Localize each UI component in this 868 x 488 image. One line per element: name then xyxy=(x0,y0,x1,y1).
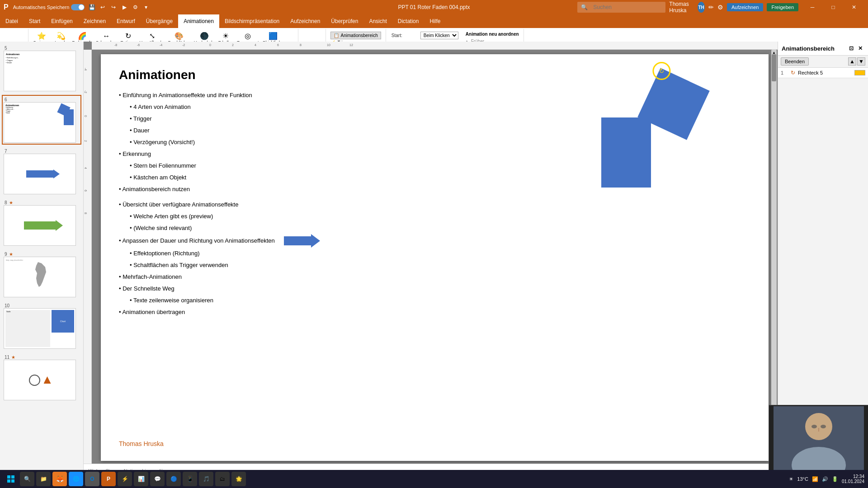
tab-hilfe[interactable]: Hilfe xyxy=(424,14,446,28)
slide-num-6: 6 xyxy=(5,97,80,102)
taskbar-app7[interactable]: 🗂 xyxy=(215,472,230,486)
blue-rectangle-shape[interactable] xyxy=(601,117,651,188)
windows-taskbar: 🔍 📁 🦊 🌐 O P ⚡ 📊 💬 🔵 📱 🎵 🗂 🌟 ☀ 13°C 📶 🔊 🔋… xyxy=(0,470,868,488)
taskbar-app3[interactable]: 💬 xyxy=(150,472,165,486)
start-select[interactable]: Beim Klicken xyxy=(420,32,458,39)
panel-close-btn[interactable]: ✕ xyxy=(856,44,864,52)
taskbar-chrome[interactable]: 🌐 xyxy=(69,472,83,486)
slide-panel: 5 Animationen • Einführung in...• Trigge… xyxy=(0,42,84,477)
slide-thumb-7[interactable]: 7 xyxy=(2,146,81,196)
tab-dictation[interactable]: Dictation xyxy=(392,14,425,28)
item-num: 1 xyxy=(781,70,788,75)
share-options-btn[interactable]: ⚙ xyxy=(717,4,723,11)
bullet-4: • Übersicht über verfügbare Animationsef… xyxy=(119,199,750,211)
slide-thumb-8[interactable]: 8 ★ xyxy=(2,198,81,248)
impuls-icon: 💫 xyxy=(57,32,66,40)
vertical-scrollbar[interactable]: ▼ ▲ xyxy=(771,50,777,462)
maximize-button[interactable]: □ xyxy=(823,0,844,14)
record-button[interactable]: Aufzeichnen xyxy=(727,3,764,11)
main-area: -8 -6 -4 -2 0 2 4 6 8 10 12 -4 -2 0 2 4 … xyxy=(84,42,778,470)
tab-entwurf[interactable]: Entwurf xyxy=(111,14,141,28)
clock[interactable]: 12:34 01.01.2024 xyxy=(842,474,864,484)
system-tray: ☀ 13°C 📶 🔊 🔋 12:34 01.01.2024 xyxy=(789,474,864,484)
more-icon-btn[interactable]: ▾ xyxy=(142,3,151,12)
svg-point-1 xyxy=(805,413,832,440)
slide-num-9: 9 ★ xyxy=(5,252,80,257)
slide-img-10: Tabelle Chart xyxy=(4,308,76,349)
quick-access-toolbar: 💾 ↩ ↪ ▶ ⚙ ▾ xyxy=(87,3,151,12)
custom-icon-btn[interactable]: ⚙ xyxy=(131,3,140,12)
taskbar-app4[interactable]: 🔵 xyxy=(166,472,181,486)
bullet-5-2: • Schaltflächen als Trigger verwenden xyxy=(119,259,750,271)
vertical-ruler: -4 -2 0 2 4 6 8 xyxy=(84,50,92,470)
present-icon-btn[interactable]: ▶ xyxy=(120,3,129,12)
slide-content-area: Animationen • Einführung in Animationsef… xyxy=(101,54,769,461)
tab-bildschirm[interactable]: Bildschirmpräsentation xyxy=(219,14,285,28)
ink-icon-btn[interactable]: ✏ xyxy=(708,4,714,11)
presenter-video xyxy=(774,406,864,476)
slide-num-11: 11 ★ xyxy=(5,355,80,360)
taskbar-outlook[interactable]: O xyxy=(85,472,99,486)
start-button[interactable] xyxy=(4,472,18,486)
video-overlay xyxy=(769,405,868,477)
user-name: Thomas Hruska xyxy=(669,1,694,14)
slide-num-7: 7 xyxy=(5,149,80,154)
slide-thumb-5[interactable]: 5 Animationen • Einführung in...• Trigge… xyxy=(2,43,81,93)
slide-img-8 xyxy=(4,205,76,246)
redo-icon-btn[interactable]: ↪ xyxy=(109,3,118,12)
close-button[interactable]: ✕ xyxy=(844,0,864,14)
animationsbereich-btn[interactable]: 📋 Animationsbereich xyxy=(330,32,381,39)
taskbar-app8[interactable]: 🌟 xyxy=(231,472,246,486)
slide-thumb-9[interactable]: 9 ★ Italy map placeholder xyxy=(2,249,81,299)
panel-up-btn[interactable]: ▲ xyxy=(848,57,856,66)
search-input[interactable] xyxy=(590,3,662,12)
taskbar-app6[interactable]: 🎵 xyxy=(199,472,213,486)
tab-einfuegen[interactable]: Einfügen xyxy=(46,14,78,28)
tab-start[interactable]: Start xyxy=(24,14,46,28)
panel-down-btn[interactable]: ▼ xyxy=(857,57,865,66)
taskbar-app2[interactable]: 📊 xyxy=(134,472,148,486)
slide-num-10: 10 xyxy=(5,303,80,308)
taskbar-app5[interactable]: 📱 xyxy=(183,472,197,486)
taskbar-app1[interactable]: ⚡ xyxy=(118,472,132,486)
minimize-button[interactable]: ─ xyxy=(802,0,823,14)
taskbar-search[interactable]: 🔍 xyxy=(20,472,34,486)
tab-aufzeichnen[interactable]: Aufzeichnen xyxy=(285,14,326,28)
slide-thumb-6[interactable]: 6 Animationen • Einführung...• 4 Arten v… xyxy=(2,95,81,145)
save-icon-btn[interactable]: 💾 xyxy=(87,3,96,12)
scroll-up-arrow[interactable]: ▲ xyxy=(771,50,777,55)
taskbar-files[interactable]: 📁 xyxy=(36,472,51,486)
anim-panel-toolbar: Beenden ▲ ▼ xyxy=(778,56,868,68)
neu-anordnen-label: Animation neu anordnen xyxy=(465,31,520,38)
anim-panel-header: Animationsbereich ⊡ ✕ xyxy=(778,42,868,56)
avatar[interactable]: TH xyxy=(698,2,705,13)
tab-zeichnen[interactable]: Zeichnen xyxy=(78,14,111,28)
ribbon-tabs: Datei Start Einfügen Zeichnen Entwurf Üb… xyxy=(0,14,868,28)
share-button[interactable]: Freigeben xyxy=(767,3,798,11)
blue-arrow-shape xyxy=(284,234,320,248)
tab-animationen[interactable]: Animationen xyxy=(178,14,219,28)
transparent-icon: ◎ xyxy=(245,32,251,40)
slide-img-11 xyxy=(4,360,76,400)
tab-uebergaenge[interactable]: Übergänge xyxy=(141,14,178,28)
autosave-toggle[interactable]: Automatisches Speichern xyxy=(13,4,85,10)
start-row: Start: Beim Klicken xyxy=(390,31,460,40)
undo-icon-btn[interactable]: ↩ xyxy=(98,3,107,12)
scrollbar-thumb[interactable] xyxy=(772,54,776,81)
bullet-5: • Anpassen der Dauer und Richtung von An… xyxy=(119,234,750,248)
autosave-pill[interactable] xyxy=(71,4,85,10)
anim-panel-item-1[interactable]: 1 ↻ Rechteck 5 xyxy=(778,68,868,78)
star-badge-8: ★ xyxy=(9,200,13,205)
bullet-3: • Animationsbereich nutzen xyxy=(119,183,750,195)
beenden-button[interactable]: Beenden xyxy=(781,57,809,66)
slide-thumb-10[interactable]: 10 Tabelle Chart xyxy=(2,301,81,351)
panel-detach-btn[interactable]: ⊡ xyxy=(847,44,855,52)
taskbar-powerpoint[interactable]: P xyxy=(101,472,116,486)
tab-ansicht[interactable]: Ansicht xyxy=(363,14,392,28)
slide-thumb-11[interactable]: 11 ★ xyxy=(2,352,81,402)
tab-datei[interactable]: Datei xyxy=(0,14,24,28)
taskbar-firefox[interactable]: 🦊 xyxy=(52,472,67,486)
springen-icon: ⭐ xyxy=(37,32,46,40)
start-label: Start: xyxy=(392,33,419,38)
tab-ueberpruefen[interactable]: Überprüfen xyxy=(326,14,363,28)
